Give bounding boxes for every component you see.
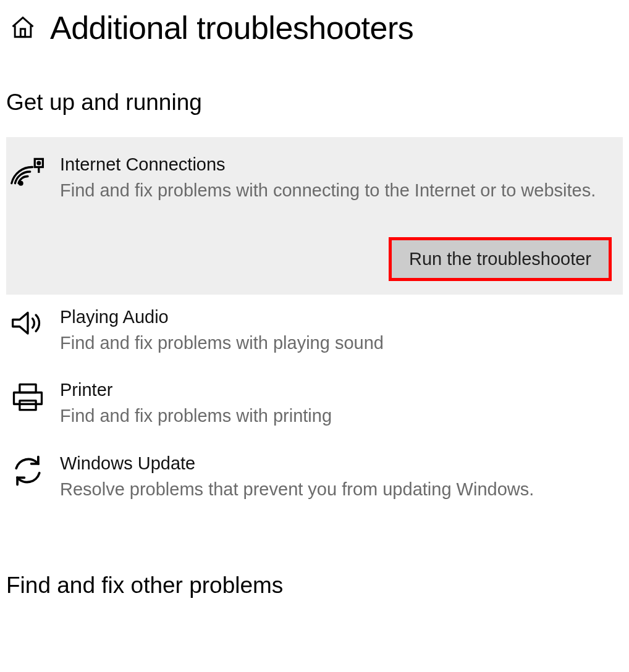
troubleshooter-desc: Find and fix problems with connecting to…: [60, 178, 612, 203]
wifi-network-icon: [9, 154, 46, 189]
svg-rect-7: [20, 401, 36, 410]
home-icon[interactable]: [9, 14, 36, 41]
troubleshooter-windows-update[interactable]: Windows Update Resolve problems that pre…: [6, 441, 623, 514]
troubleshooter-printer[interactable]: Printer Find and fix problems with print…: [6, 368, 623, 441]
section-get-up-running: Get up and running: [6, 90, 623, 116]
speaker-icon: [9, 307, 46, 342]
update-icon: [9, 453, 46, 488]
troubleshooter-desc: Find and fix problems with printing: [60, 403, 614, 429]
troubleshooter-title: Playing Audio: [60, 307, 614, 327]
svg-point-1: [19, 182, 22, 185]
svg-rect-5: [20, 385, 36, 393]
svg-rect-0: [20, 29, 25, 37]
svg-rect-6: [14, 393, 42, 405]
troubleshooter-body: Playing Audio Find and fix problems with…: [60, 307, 614, 356]
run-troubleshooter-button[interactable]: Run the troubleshooter: [389, 237, 612, 281]
svg-point-4: [38, 162, 40, 164]
page-title: Additional troubleshooters: [50, 9, 413, 46]
troubleshooter-title: Windows Update: [60, 453, 614, 474]
troubleshooter-title: Printer: [60, 380, 614, 400]
troubleshooter-body: Printer Find and fix problems with print…: [60, 380, 614, 429]
section-find-fix-other: Find and fix other problems: [6, 573, 623, 598]
troubleshooter-internet-connections[interactable]: Internet Connections Find and fix proble…: [6, 137, 623, 295]
troubleshooter-body: Windows Update Resolve problems that pre…: [60, 453, 614, 502]
troubleshooter-title: Internet Connections: [60, 154, 612, 175]
troubleshooter-desc: Resolve problems that prevent you from u…: [60, 477, 614, 502]
printer-icon: [9, 380, 46, 414]
troubleshooter-playing-audio[interactable]: Playing Audio Find and fix problems with…: [6, 295, 623, 368]
page-header: Additional troubleshooters: [6, 9, 623, 46]
troubleshooter-body: Internet Connections Find and fix proble…: [60, 154, 612, 281]
troubleshooter-desc: Find and fix problems with playing sound: [60, 330, 614, 356]
